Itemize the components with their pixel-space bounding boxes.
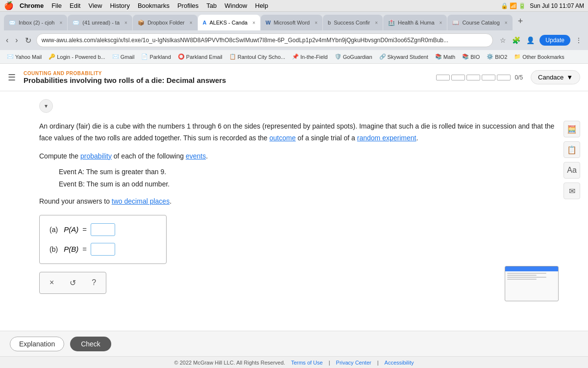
footer-accessibility[interactable]: Accessibility [385, 360, 414, 366]
clock: Sun Jul 10 11:07 AM [530, 2, 584, 9]
tab-close-dropbox[interactable]: × [190, 20, 193, 26]
goguardian-icon: 🛡️ [335, 53, 342, 60]
message-icon[interactable]: ✉ [564, 183, 580, 199]
bookmark-gmail[interactable]: ✉️ Gmail [109, 53, 138, 61]
equals-b: = [82, 245, 87, 253]
tab-favicon-microsoft: W [266, 20, 270, 26]
other-bookmarks-icon: 📁 [514, 53, 521, 60]
menu-edit[interactable]: Edit [70, 2, 80, 9]
progress-segment-4 [482, 75, 495, 80]
tab-close-health[interactable]: × [440, 20, 442, 26]
main-content: ☰ COUNTING AND PROBABILITY Probabilities… [0, 64, 588, 368]
hamburger-menu-icon[interactable]: ☰ [8, 72, 16, 83]
prob-b-input[interactable] [91, 243, 115, 256]
calculator-icon[interactable]: 🧮 [564, 121, 580, 137]
events-list: Event A: The sum is greater than 9. Even… [59, 166, 559, 190]
clear-button[interactable]: × [46, 276, 58, 289]
bookmark-parkland-email[interactable]: ⭕ Parkland Email [175, 53, 225, 61]
events-link[interactable]: events [186, 152, 206, 160]
decimal-places-link[interactable]: two decimal places [112, 197, 170, 205]
menu-profiles[interactable]: Profiles [177, 2, 198, 9]
menu-tab[interactable]: Tab [206, 2, 217, 9]
random-experiment-link[interactable]: random experiment [357, 134, 416, 142]
expand-button[interactable]: ▾ [39, 99, 53, 113]
mac-menu-bar: 🍎 Chrome File Edit View History Bookmark… [0, 0, 588, 12]
address-input[interactable] [36, 33, 493, 47]
bookmark-infield-label: In-the-Field [300, 54, 328, 60]
parkland-icon: 📄 [141, 53, 148, 60]
prob-a-input[interactable] [91, 223, 115, 236]
menu-history[interactable]: History [110, 2, 129, 9]
tab-aleks[interactable]: A ALEKS - Canda × [198, 15, 260, 30]
tab-unread[interactable]: ✉️ (41 unread) - ta × [68, 15, 132, 30]
label-a: (a) [49, 226, 58, 234]
chrome-window: ✉️ Inbox (2) - cjoh × ✉️ (41 unread) - t… [0, 12, 588, 368]
probability-link[interactable]: probability [80, 152, 112, 160]
tab-catalog[interactable]: 📖 Course Catalog × [447, 15, 512, 30]
compute-text: Compute the probability of each of the f… [39, 152, 559, 160]
update-button[interactable]: Update [539, 35, 570, 46]
tab-close-success[interactable]: × [375, 20, 378, 26]
bookmark-login[interactable]: 🔑 Login - Powered b... [46, 53, 108, 61]
candace-chevron-icon: ▼ [566, 74, 573, 81]
forward-button[interactable]: › [13, 34, 20, 47]
bookmark-goguardian[interactable]: 🛡️ GoGuardian [332, 53, 375, 61]
menu-bookmarks[interactable]: Bookmarks [138, 2, 170, 9]
aleks-topic: COUNTING AND PROBABILITY Probabilities i… [24, 71, 428, 84]
bookmark-parkland[interactable]: 📄 Parkland [138, 53, 173, 61]
refresh-button[interactable]: ↻ [23, 34, 33, 47]
thumbnail-header-bar [505, 266, 558, 271]
tab-dropbox[interactable]: 📦 Dropbox Folder × [133, 15, 197, 30]
explanation-button[interactable]: Explanation [10, 337, 64, 351]
bookmark-skyward-label: Skyward Student [388, 54, 428, 60]
bookmark-infield[interactable]: 📌 In-the-Field [289, 53, 331, 61]
bookmark-other[interactable]: 📁 Other Bookmarks [511, 53, 567, 61]
font-size-icon[interactable]: Aa [564, 162, 580, 179]
bookmark-math[interactable]: 📚 Math [432, 53, 458, 61]
tab-success[interactable]: b Success Confir × [323, 15, 383, 30]
notepad-icon[interactable]: 📋 [564, 141, 580, 158]
bookmark-skyward[interactable]: 🔗 Skyward Student [376, 53, 431, 61]
outcome-link[interactable]: outcome [270, 134, 296, 142]
tab-close-aleks[interactable]: × [252, 20, 255, 26]
menu-file[interactable]: File [51, 2, 62, 9]
menu-view[interactable]: View [88, 2, 102, 9]
candace-button[interactable]: Candace ▼ [531, 70, 580, 84]
tab-label-inbox: Inbox (2) - cjoh [19, 20, 54, 26]
bookmark-bio-label: BIO [470, 54, 480, 60]
bookmark-rantoul[interactable]: 📋 Rantoul City Scho... [226, 53, 288, 61]
tab-close-microsoft[interactable]: × [315, 20, 318, 26]
tab-close-inbox[interactable]: × [59, 20, 62, 26]
bio-icon: 📚 [462, 53, 469, 60]
new-tab-button[interactable]: + [514, 14, 527, 28]
menu-items: Chrome File Edit View History Bookmarks … [20, 2, 268, 9]
undo-button[interactable]: ↺ [66, 276, 80, 289]
tab-microsoft[interactable]: W Microsoft Word × [261, 15, 322, 30]
menu-window[interactable]: Window [224, 2, 247, 9]
bookmark-yahoo[interactable]: ✉️ Yahoo Mail [4, 53, 45, 61]
profile-icon[interactable]: 👤 [524, 34, 537, 46]
tab-health[interactable]: 🏥 Health & Huma × [383, 15, 447, 30]
bookmark-bio[interactable]: 📚 BIO [459, 53, 483, 61]
bookmark-bio2-label: BIO2 [495, 54, 507, 60]
back-button[interactable]: ‹ [4, 34, 10, 47]
tab-close-unread[interactable]: × [124, 20, 127, 26]
more-options-icon[interactable]: ⋮ [573, 34, 584, 46]
footer-privacy[interactable]: Privacy Center [336, 360, 371, 366]
check-button[interactable]: Check [70, 337, 111, 351]
progress-label: 0/5 [514, 74, 523, 81]
menu-chrome[interactable]: Chrome [20, 2, 44, 9]
extension-icon[interactable]: 🧩 [510, 34, 522, 46]
tab-close-catalog[interactable]: × [505, 20, 508, 26]
event-b: Event B: The sum is an odd number. [59, 178, 559, 190]
tab-inbox[interactable]: ✉️ Inbox (2) - cjoh × [4, 15, 67, 30]
footer: © 2022 McGraw Hill LLC. All Rights Reser… [0, 356, 588, 368]
parkland-email-icon: ⭕ [178, 53, 185, 60]
bookmark-bio2[interactable]: ⚙️ BIO2 [484, 53, 510, 61]
help-button[interactable]: ? [88, 276, 100, 289]
footer-terms[interactable]: Terms of Use [291, 360, 323, 366]
bookmark-star-icon[interactable]: ☆ [498, 34, 508, 46]
menu-help[interactable]: Help [255, 2, 269, 9]
apple-icon[interactable]: 🍎 [4, 1, 14, 10]
round-text: Round your answers to two decimal places… [39, 197, 559, 205]
